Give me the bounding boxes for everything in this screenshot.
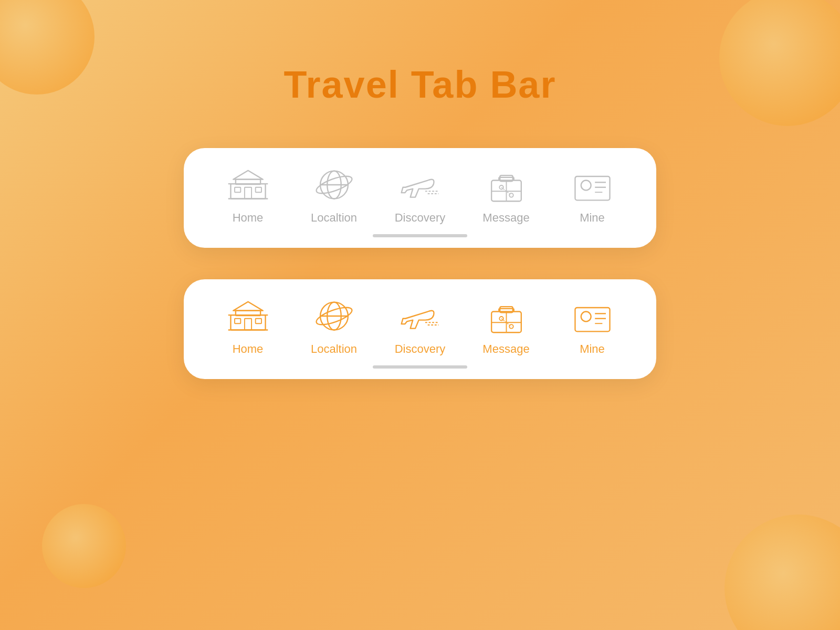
page-title: Travel Tab Bar xyxy=(0,0,840,106)
discovery-label-active: Discovery xyxy=(395,342,446,356)
inactive-tab-items: Home Localtion xyxy=(205,164,635,225)
tab-item-mine-active[interactable]: Mine xyxy=(558,295,626,356)
message-label-inactive: Message xyxy=(482,211,529,225)
home-indicator-inactive xyxy=(373,234,467,237)
svg-rect-29 xyxy=(230,315,265,330)
svg-rect-2 xyxy=(244,187,251,198)
tab-item-message-active[interactable]: Message xyxy=(472,295,540,356)
svg-rect-23 xyxy=(575,176,610,200)
active-tab-bar: Home Localtion xyxy=(184,279,656,379)
mine-icon xyxy=(569,164,616,206)
svg-point-47 xyxy=(499,316,503,320)
tab-item-discovery-inactive[interactable]: Discovery xyxy=(386,164,454,225)
svg-marker-35 xyxy=(233,301,263,310)
home-label-active: Home xyxy=(233,342,264,356)
message-label-active: Message xyxy=(482,342,529,356)
home-label-inactive: Home xyxy=(233,211,264,225)
home-indicator-active xyxy=(373,365,467,369)
svg-rect-31 xyxy=(244,318,251,330)
tab-item-location-active[interactable]: Localtion xyxy=(300,295,368,356)
discovery-label-inactive: Discovery xyxy=(395,211,446,225)
svg-rect-30 xyxy=(235,318,240,323)
svg-point-53 xyxy=(581,311,591,321)
location-icon xyxy=(310,164,358,206)
home-icon xyxy=(224,164,271,206)
location-label-inactive: Localtion xyxy=(311,211,357,225)
active-tab-items: Home Localtion xyxy=(205,295,635,356)
mine-icon-active xyxy=(569,295,616,337)
tab-bars-wrapper: Home Localtion xyxy=(0,148,840,379)
tab-item-discovery-active[interactable]: Discovery xyxy=(386,295,454,356)
message-icon xyxy=(482,164,530,206)
svg-point-24 xyxy=(581,180,591,190)
svg-point-18 xyxy=(499,185,503,189)
mine-label-inactive: Mine xyxy=(580,211,605,225)
decorative-circle-top-right xyxy=(719,0,840,126)
discovery-icon-active xyxy=(396,295,444,337)
svg-rect-1 xyxy=(235,187,240,192)
svg-rect-52 xyxy=(575,307,610,331)
tab-item-home-active[interactable]: Home xyxy=(214,295,282,356)
decorative-circle-bottom-right xyxy=(724,514,840,630)
svg-rect-0 xyxy=(230,184,265,198)
inactive-tab-bar: Home Localtion xyxy=(184,148,656,248)
location-icon-active xyxy=(310,295,358,337)
discovery-icon xyxy=(396,164,444,206)
home-icon-active xyxy=(224,295,271,337)
svg-rect-3 xyxy=(255,187,261,192)
tab-item-home-inactive[interactable]: Home xyxy=(214,164,282,225)
message-icon-active xyxy=(482,295,530,337)
mine-label-active: Mine xyxy=(580,342,605,356)
svg-rect-32 xyxy=(255,318,261,323)
tab-item-message-inactive[interactable]: Message xyxy=(472,164,540,225)
tab-item-location-inactive[interactable]: Localtion xyxy=(300,164,368,225)
tab-item-mine-inactive[interactable]: Mine xyxy=(558,164,626,225)
location-label-active: Localtion xyxy=(311,342,357,356)
decorative-circle-bottom-left xyxy=(42,504,126,588)
svg-marker-6 xyxy=(233,170,263,179)
